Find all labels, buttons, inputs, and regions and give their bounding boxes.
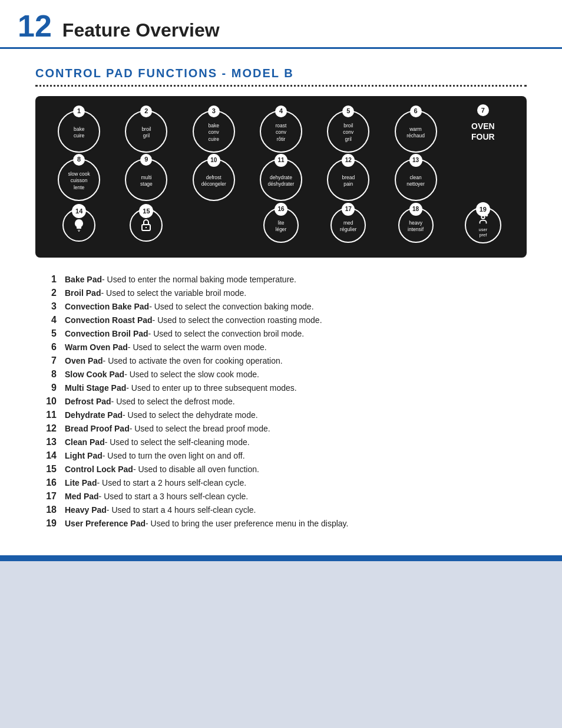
pad-button-7[interactable]: 7 OVENFOUR (451, 110, 515, 153)
feature-item-9: 9 Multi Stage Pad- Used to enter up to t… (35, 383, 527, 393)
pad-button-19[interactable]: 19 userpref (451, 207, 515, 243)
pad-button-6[interactable]: 6 warmréchaud (384, 110, 447, 153)
feature-item-19: 19 User Preference Pad- Used to bring th… (35, 518, 527, 529)
btn-num-8: 8 (73, 154, 85, 166)
pad-button-16[interactable]: 16 liteléger (249, 207, 313, 243)
btn-num-18: 18 (409, 203, 422, 216)
btn-num-13: 13 (409, 154, 422, 167)
pad-button-18[interactable]: 18 heavyintensif (384, 207, 447, 243)
feature-item-7: 7 Oven Pad- Used to activate the oven fo… (35, 355, 527, 366)
pad-button-1[interactable]: 1 bakecuire (47, 110, 111, 153)
page-number: 12 (18, 11, 52, 41)
feature-item-8: 8 Slow Cook Pad- Used to select the slow… (35, 369, 527, 380)
btn-num-16: 16 (275, 203, 287, 216)
pad-button-8[interactable]: 8 slow cookcuissonlente (47, 159, 111, 201)
btn-num-9: 9 (140, 154, 152, 166)
btn-num-14: 14 (72, 204, 86, 218)
btn-num-1: 1 (73, 106, 85, 117)
feature-item-1: 1 Bake Pad- Used to enter the normal bak… (35, 274, 527, 285)
bottom-bar (0, 555, 562, 561)
section-heading: CONTROL PAD FUNCTIONS - MODEL B (35, 67, 527, 80)
pad-button-13[interactable]: 13 cleannettoyer (384, 159, 447, 201)
pad-button-11[interactable]: 11 dehydratedéshydrater (249, 159, 313, 201)
feature-item-12: 12 Bread Proof Pad- Used to select the b… (35, 423, 527, 434)
pad-button-14[interactable]: 14 (47, 209, 111, 242)
pad-button-5[interactable]: 5 broilconvgril (316, 110, 380, 153)
feature-item-14: 14 Light Pad- Used to turn the oven ligh… (35, 450, 527, 461)
feature-item-13: 13 Clean Pad- Used to select the self-cl… (35, 437, 527, 447)
feature-item-18: 18 Heavy Pad- Used to start a 4 hours se… (35, 505, 527, 515)
btn-num-10: 10 (207, 154, 220, 167)
pad-button-15[interactable]: 15 (114, 209, 178, 242)
light-icon (72, 218, 86, 232)
pad-button-4[interactable]: 4 roastconvrôtir (249, 110, 313, 153)
feature-list: 1 Bake Pad- Used to enter the normal bak… (35, 274, 527, 529)
btn-num-11: 11 (275, 154, 287, 167)
btn-num-3: 3 (208, 106, 220, 117)
lock-icon (139, 218, 153, 232)
feature-item-15: 15 Control Lock Pad- Used to disable all… (35, 464, 527, 475)
feature-item-5: 5 Convection Broil Pad- Used to select t… (35, 328, 527, 339)
page: 12 Feature Overview CONTROL PAD FUNCTION… (0, 0, 562, 728)
btn-num-17: 17 (342, 203, 355, 216)
feature-item-10: 10 Defrost Pad- Used to select the defro… (35, 396, 527, 407)
pad-button-3[interactable]: 3 bakeconvcuire (182, 110, 246, 153)
pad-button-12[interactable]: 12 breadpain (316, 159, 380, 201)
feature-item-11: 11 Dehydrate Pad- Used to select the deh… (35, 410, 527, 420)
pad-button-17[interactable]: 17 medrégulier (316, 207, 380, 243)
btn-num-5: 5 (342, 106, 354, 117)
feature-item-2: 2 Broil Pad- Used to select the variable… (35, 288, 527, 298)
page-header: 12 Feature Overview (0, 0, 562, 49)
feature-item-17: 17 Med Pad- Used to start a 3 hours self… (35, 491, 527, 502)
btn-num-7: 7 (477, 104, 489, 116)
pad-button-10[interactable]: 10 defrostdécongeler (182, 159, 246, 201)
feature-item-3: 3 Convection Bake Pad- Used to select th… (35, 301, 527, 312)
pad-button-2[interactable]: 2 broilgril (114, 110, 178, 153)
btn-num-6: 6 (410, 106, 422, 117)
feature-item-4: 4 Convection Roast Pad- Used to select t… (35, 315, 527, 325)
main-content: CONTROL PAD FUNCTIONS - MODEL B 1 bakecu… (0, 49, 562, 555)
btn-num-12: 12 (342, 154, 355, 167)
btn-num-19: 19 (476, 202, 490, 216)
feature-item-16: 16 Lite Pad- Used to start a 2 hours sel… (35, 477, 527, 488)
pad-button-9[interactable]: 9 multistage (114, 159, 178, 201)
btn-num-15: 15 (139, 204, 153, 218)
btn-num-4: 4 (275, 106, 287, 117)
section-divider (35, 85, 527, 87)
feature-item-6: 6 Warm Oven Pad- Used to select the warm… (35, 342, 527, 353)
btn-num-2: 2 (140, 106, 152, 117)
page-title: Feature Overview (62, 19, 220, 41)
control-pad-diagram: 1 bakecuire 2 broilgril 3 bakeconvcuire (35, 96, 527, 258)
